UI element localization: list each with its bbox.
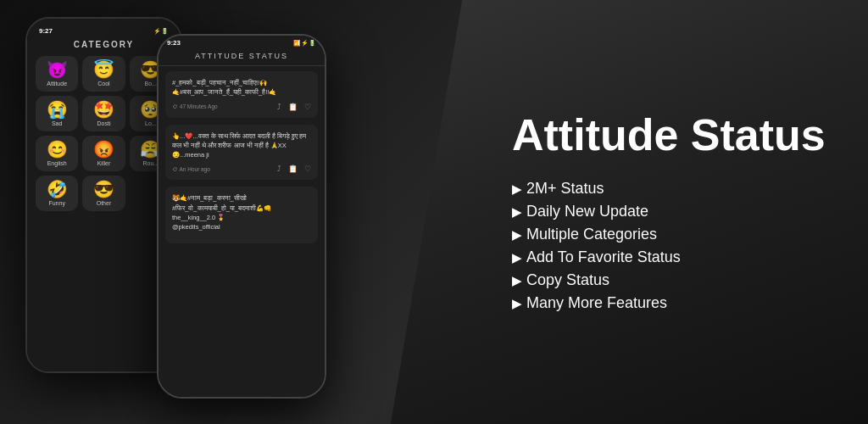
cat-funny[interactable]: 🤣 Funny [36, 176, 78, 211]
attitude-emoji: 😈 [47, 61, 68, 78]
other-label: Other [97, 200, 112, 206]
copy-icon-2[interactable]: 📋 [288, 165, 298, 173]
attitude-label: Attitude [47, 81, 67, 86]
right-screen-title: Attitude Status [159, 48, 325, 66]
status-card-3: 🐯🤙#नाम_बड़ा_करना_सीखो#फिर_वो_कामयाबी_हो_… [165, 187, 318, 243]
features-list: ▶ 2M+ Status ▶ Daily New Update ▶ Multip… [512, 181, 834, 313]
status-feed: #_हमको_बड़ी_पहचान_नहीं_चाहिए!!🙌🤙#बस_आप_ज… [159, 66, 325, 397]
feature-item-3: ▶ Multiple Categories [512, 226, 834, 244]
arrow-icon-3: ▶ [512, 228, 521, 242]
cat-sad[interactable]: 😭 Sad [36, 96, 78, 131]
killer-label: Killer [97, 160, 111, 166]
cool-emoji: 😇 [93, 61, 114, 78]
status-card-1: #_हमको_बड़ी_पहचान_नहीं_चाहिए!!🙌🤙#बस_आप_ज… [165, 71, 318, 118]
left-status-icons: ⚡🔋 [153, 28, 169, 35]
status-actions-1: ⤴ 📋 ♡ [277, 103, 311, 111]
feature-text-6: Many More Features [526, 295, 667, 313]
funny-emoji: 🤣 [47, 181, 68, 198]
right-content: Attitude Status ▶ 2M+ Status ▶ Daily New… [512, 111, 834, 312]
feature-text-5: Copy Status [526, 272, 609, 290]
feature-item-5: ▶ Copy Status [512, 272, 834, 290]
arrow-icon-1: ▶ [512, 182, 521, 196]
status-time-1: ⏱ 47 Minutes Ago [172, 103, 218, 109]
arrow-icon-2: ▶ [512, 205, 521, 219]
lo-label: Lo... [145, 120, 157, 126]
cat-dosti[interactable]: 🤩 Dosti [82, 96, 125, 131]
cat-cool[interactable]: 😇 Cool [82, 56, 125, 92]
other-emoji: 😎 [93, 181, 114, 198]
fav-icon-2[interactable]: ♡ [304, 165, 311, 173]
feature-item-6: ▶ Many More Features [512, 295, 834, 313]
english-emoji: 😊 [47, 141, 68, 158]
feature-item-4: ▶ Add To Favorite Status [512, 249, 834, 267]
status-meta-1: ⏱ 47 Minutes Ago ⤴ 📋 ♡ [172, 103, 311, 111]
fav-icon-1[interactable]: ♡ [304, 103, 311, 111]
feature-text-1: 2M+ Status [526, 181, 604, 198]
copy-icon-1[interactable]: 📋 [288, 103, 298, 111]
arrow-icon-5: ▶ [512, 274, 521, 287]
feature-item-1: ▶ 2M+ Status [512, 181, 834, 198]
feature-item-2: ▶ Daily New Update [512, 204, 834, 221]
english-label: English [47, 160, 67, 166]
right-time: 9:23 [167, 39, 181, 47]
left-screen-title: Category [32, 40, 175, 49]
dosti-emoji: 🤩 [93, 101, 114, 118]
right-status-bar: 9:23 📶⚡🔋 [159, 36, 325, 48]
cool-label: Cool [97, 81, 109, 86]
left-status-bar: 9:27 ⚡🔋 [32, 25, 175, 36]
feature-text-3: Multiple Categories [526, 226, 657, 244]
status-card-2: 👆...❤️...वक्त के साथ सिर्फ आदत बदली है ब… [165, 125, 318, 181]
killer-emoji: 😡 [93, 141, 114, 158]
background: 9:27 ⚡🔋 Category 😈 Attitude 😇 Cool 😎 Bo.… [0, 0, 868, 424]
status-actions-2: ⤴ 📋 ♡ [277, 165, 311, 173]
phone-right-screen: 9:23 📶⚡🔋 Attitude Status #_हमको_बड़ी_पहच… [159, 36, 325, 397]
cat-attitude[interactable]: 😈 Attitude [36, 56, 78, 92]
share-icon-1[interactable]: ⤴ [277, 103, 281, 111]
cat-killer[interactable]: 😡 Killer [82, 136, 125, 171]
sad-emoji: 😭 [47, 101, 68, 118]
left-time: 9:27 [39, 27, 53, 35]
cat-english[interactable]: 😊 English [36, 136, 78, 171]
dosti-label: Dosti [97, 120, 111, 126]
feature-text-4: Add To Favorite Status [526, 249, 681, 267]
status-meta-2: ⏱ An Hour ago ⤴ 📋 ♡ [172, 165, 311, 173]
bo-label: Bo... [145, 81, 157, 86]
status-time-2: ⏱ An Hour ago [172, 166, 210, 172]
arrow-icon-4: ▶ [512, 251, 521, 265]
feature-text-2: Daily New Update [526, 204, 648, 221]
app-title: Attitude Status [512, 111, 834, 159]
sad-label: Sad [52, 120, 62, 126]
arrow-icon-6: ▶ [512, 297, 521, 310]
status-text-2: 👆...❤️...वक्त के साथ सिर्फ आदत बदली है ब… [172, 131, 311, 160]
category-grid: 😈 Attitude 😇 Cool 😎 Bo... 😭 Sad 🤩 [32, 56, 175, 211]
funny-label: Funny [48, 200, 64, 206]
share-icon-2[interactable]: ⤴ [277, 165, 281, 173]
status-text-1: #_हमको_बड़ी_पहचान_नहीं_चाहिए!!🙌🤙#बस_आप_ज… [172, 78, 311, 98]
cat-other[interactable]: 😎 Other [82, 176, 125, 211]
status-text-3: 🐯🤙#नाम_बड़ा_करना_सीखो#फिर_वो_कामयाबी_हो_… [172, 193, 311, 232]
phone-right: 9:23 📶⚡🔋 Attitude Status #_हमको_बड़ी_पहच… [157, 34, 326, 399]
right-icons: 📶⚡🔋 [293, 40, 316, 47]
